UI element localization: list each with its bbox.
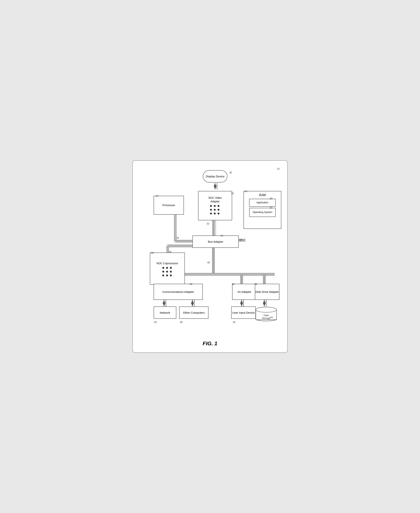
svg-point-51 — [256, 307, 277, 312]
ram-label: RAM — [259, 193, 266, 197]
os-box: Operating System — [249, 208, 276, 217]
ref-24: 24 — [270, 316, 273, 319]
display-device-label: Display Device — [206, 175, 224, 178]
ref-44: 44 — [233, 321, 235, 323]
processor-label: Processor — [162, 203, 175, 207]
ref-14: 14 — [244, 190, 247, 193]
svg-text:Storage: Storage — [262, 317, 270, 320]
ref-30: 30 — [229, 171, 232, 174]
disk-drive-adapter-label: Disk Drive Adapter — [255, 290, 279, 294]
ref-38: 38 — [255, 283, 257, 285]
fig-label: FIG. 1 — [138, 341, 282, 347]
data-storage-svg: Data Storage — [255, 306, 278, 322]
noc-coprocessor-grid — [162, 267, 172, 277]
application-label: Application — [256, 201, 269, 204]
ram-box: RAM Application Operating System — [243, 191, 281, 229]
io-adapter-box: I/o Adapter — [232, 284, 257, 300]
disk-drive-adapter-box: Disk Drive Adapter — [255, 284, 279, 300]
noc-video-adapter-label: NOC VideoAdapter — [209, 196, 222, 203]
bus-adapter-label: Bus Adapter — [208, 240, 224, 244]
application-box: Application — [249, 199, 276, 207]
page: 10 Display Device 30 NOC VideoAdapter 26… — [132, 160, 288, 353]
display-device-box: Display Device — [203, 170, 227, 183]
ref-18: 18 — [220, 234, 223, 237]
os-label: Operating System — [253, 211, 272, 214]
noc-coprocessor-box: NOC Coprocessor — [150, 253, 185, 285]
other-computers-box: Other Computers — [179, 306, 209, 319]
network-label: Network — [160, 311, 170, 315]
ref-32: 32 — [207, 222, 209, 225]
ref-40: 40 — [207, 261, 210, 264]
noc-video-adapter-box: NOC VideoAdapter — [198, 191, 232, 220]
processor-box: Processor — [154, 196, 184, 215]
io-adapter-label: I/o Adapter — [238, 290, 251, 294]
user-input-device-box: User Input Device — [231, 306, 256, 319]
network-box: Network — [154, 306, 176, 319]
bus-adapter-box: Bus Adapter — [192, 236, 239, 248]
ref-34: 34 — [176, 237, 179, 239]
data-storage-container: Data Storage — [255, 306, 278, 322]
ref-10: 10 — [277, 167, 280, 170]
ref-22: 22 — [270, 206, 272, 209]
ref-42: 42 — [232, 283, 234, 285]
ref-16: 16 — [239, 238, 242, 241]
noc-video-grid — [210, 205, 220, 215]
communications-adapter-box: Communications Adapter — [154, 284, 203, 300]
ref-28: 28 — [151, 251, 154, 254]
ref-12: 12 — [156, 194, 158, 197]
diagram: 10 Display Device 30 NOC VideoAdapter 26… — [138, 166, 282, 337]
other-computers-label: Other Computers — [183, 311, 205, 315]
svg-text:Data: Data — [263, 314, 269, 317]
ref-48: 48 — [180, 321, 182, 323]
ref-26: 26 — [231, 192, 234, 195]
noc-coprocessor-label: NOC Coprocessor — [157, 262, 178, 265]
ref-46: 46 — [190, 283, 192, 285]
user-input-device-label: User Input Device — [232, 311, 255, 315]
communications-adapter-label: Communications Adapter — [162, 290, 194, 294]
ref-50: 50 — [154, 321, 157, 323]
ref-20: 20 — [270, 197, 272, 200]
